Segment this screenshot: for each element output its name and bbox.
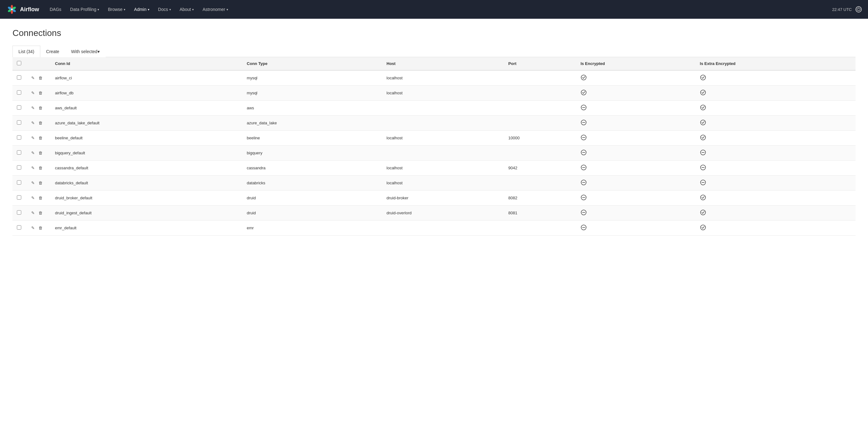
delete-button[interactable]: 🗑 <box>37 165 44 171</box>
edit-button[interactable]: ✎ <box>30 165 36 171</box>
nav-item-admin[interactable]: Admin ▾ <box>130 0 154 19</box>
nav-label-browse: Browse <box>108 7 122 12</box>
th-port: Port <box>504 57 576 70</box>
nav-link-data-profiling[interactable]: Data Profiling ▾ <box>66 0 103 19</box>
host-cell: localhost <box>382 176 504 191</box>
host-cell: localhost <box>382 161 504 176</box>
airflow-logo-icon <box>6 4 18 15</box>
edit-button[interactable]: ✎ <box>30 75 36 81</box>
row-checkbox[interactable] <box>17 150 21 155</box>
conn-type-cell: emr <box>243 221 382 236</box>
current-time: 22:47 UTC <box>832 7 852 12</box>
nav-label-admin: Admin <box>134 7 147 12</box>
row-checkbox[interactable] <box>17 135 21 139</box>
row-checkbox[interactable] <box>17 180 21 185</box>
is-encrypted-cell <box>576 146 695 161</box>
row-checkbox-cell <box>12 86 26 101</box>
is-encrypted-cell <box>576 101 695 116</box>
edit-button[interactable]: ✎ <box>30 150 36 156</box>
tab-with-selected[interactable]: With selected▾ <box>65 45 105 57</box>
row-checkbox[interactable] <box>17 120 21 125</box>
nav-link-browse[interactable]: Browse ▾ <box>103 0 130 19</box>
port-cell <box>504 70 576 86</box>
row-checkbox[interactable] <box>17 195 21 200</box>
chevron-down-icon: ▾ <box>124 8 125 11</box>
row-checkbox[interactable] <box>17 105 21 110</box>
host-cell <box>382 146 504 161</box>
delete-button[interactable]: 🗑 <box>37 75 44 81</box>
nav-item-astronomer[interactable]: Astronomer ▾ <box>198 0 232 19</box>
nav-link-docs[interactable]: Docs ▾ <box>154 0 175 19</box>
delete-button[interactable]: 🗑 <box>37 120 44 126</box>
nav-label-dags: DAGs <box>50 7 61 12</box>
row-checkbox-cell <box>12 146 26 161</box>
delete-button[interactable]: 🗑 <box>37 225 44 231</box>
row-actions-cell: ✎ 🗑 <box>26 176 51 191</box>
nav-item-browse[interactable]: Browse ▾ <box>103 0 130 19</box>
svg-point-13 <box>701 105 706 110</box>
is-encrypted-cell <box>576 206 695 221</box>
delete-button[interactable]: 🗑 <box>37 105 44 111</box>
nav-item-docs[interactable]: Docs ▾ <box>154 0 175 19</box>
edit-button[interactable]: ✎ <box>30 195 36 201</box>
nav-link-astronomer[interactable]: Astronomer ▾ <box>198 0 232 19</box>
edit-button[interactable]: ✎ <box>30 225 36 231</box>
nav-item-data-profiling[interactable]: Data Profiling ▾ <box>66 0 103 19</box>
brand-name: Airflow <box>20 6 39 13</box>
edit-button[interactable]: ✎ <box>30 120 36 126</box>
select-all-checkbox[interactable] <box>17 61 21 65</box>
row-checkbox[interactable] <box>17 210 21 215</box>
tab-list[interactable]: List (34) <box>12 45 40 57</box>
conn-id-cell: beeline_default <box>51 131 243 146</box>
delete-button[interactable]: 🗑 <box>37 210 44 216</box>
tab-create-label: Create <box>46 49 59 54</box>
port-cell: 10000 <box>504 131 576 146</box>
chevron-down-icon: ▾ <box>169 8 171 11</box>
delete-button[interactable]: 🗑 <box>37 135 44 141</box>
port-cell <box>504 221 576 236</box>
edit-button[interactable]: ✎ <box>30 180 36 186</box>
tab-create[interactable]: Create <box>40 45 65 57</box>
port-cell <box>504 86 576 101</box>
edit-button[interactable]: ✎ <box>30 90 36 96</box>
nav-item-about[interactable]: About ▾ <box>175 0 198 19</box>
edit-button[interactable]: ✎ <box>30 210 36 216</box>
nav-label-astronomer: Astronomer <box>203 7 225 12</box>
row-checkbox[interactable] <box>17 90 21 95</box>
delete-button[interactable]: 🗑 <box>37 180 44 186</box>
delete-button[interactable]: 🗑 <box>37 150 44 156</box>
row-checkbox[interactable] <box>17 165 21 169</box>
conn-id-cell: azure_data_lake_default <box>51 116 243 131</box>
tabs-bar: List (34) Create With selected▾ <box>12 45 856 57</box>
nav-item-dags[interactable]: DAGs <box>45 0 66 19</box>
edit-button[interactable]: ✎ <box>30 105 36 111</box>
row-checkbox[interactable] <box>17 225 21 230</box>
row-checkbox[interactable] <box>17 75 21 80</box>
th-is-extra-encrypted: Is Extra Encrypted <box>695 57 856 70</box>
power-icon[interactable] <box>856 6 862 12</box>
svg-point-16 <box>701 120 706 125</box>
table-row: ✎ 🗑 emr_default emr <box>12 221 856 236</box>
chevron-down-icon: ▾ <box>148 8 149 11</box>
conn-type-cell: mysql <box>243 70 382 86</box>
is-extra-encrypted-cell <box>695 206 856 221</box>
nav-link-about[interactable]: About ▾ <box>175 0 198 19</box>
conn-type-cell: azure_data_lake <box>243 116 382 131</box>
nav-link-dags[interactable]: DAGs <box>45 0 66 19</box>
brand-logo[interactable]: Airflow <box>6 4 39 15</box>
nav-label-about: About <box>180 7 191 12</box>
row-checkbox-cell <box>12 161 26 176</box>
delete-button[interactable]: 🗑 <box>37 90 44 96</box>
navbar: Airflow DAGs Data Profiling ▾ Browse ▾ A… <box>0 0 868 19</box>
row-actions-cell: ✎ 🗑 <box>26 86 51 101</box>
page-content: Connections List (34) Create With select… <box>0 19 868 245</box>
nav-link-admin[interactable]: Admin ▾ <box>130 0 154 19</box>
nav-label-docs: Docs <box>158 7 168 12</box>
table-header-row: Conn Id Conn Type Host Port Is Encrypted <box>12 57 856 70</box>
svg-point-34 <box>701 195 706 200</box>
is-encrypted-cell <box>576 191 695 206</box>
edit-button[interactable]: ✎ <box>30 135 36 141</box>
is-extra-encrypted-cell <box>695 70 856 86</box>
delete-button[interactable]: 🗑 <box>37 195 44 201</box>
is-encrypted-cell <box>576 221 695 236</box>
